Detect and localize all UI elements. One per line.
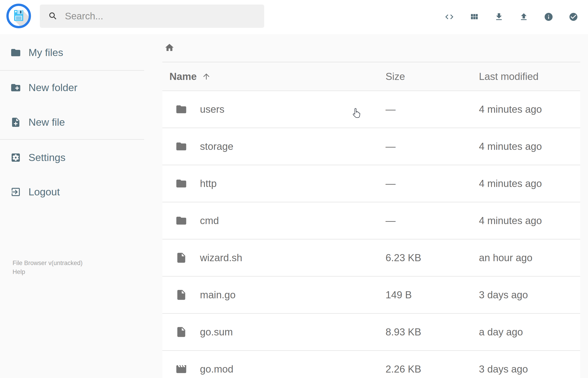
sidebar: My files New folder New file Settings Lo… xyxy=(0,34,144,378)
row-name: go.sum xyxy=(200,326,233,338)
row-name: wizard.sh xyxy=(200,252,242,263)
switch-view-button[interactable] xyxy=(469,12,479,22)
settings-icon xyxy=(10,152,21,163)
row-modified: 4 minutes ago xyxy=(479,215,542,226)
row-modified: 4 minutes ago xyxy=(479,178,542,189)
header-actions xyxy=(444,12,578,22)
check-circle-icon xyxy=(569,12,578,22)
sidebar-footer: File Browser v(untracked) Help xyxy=(13,259,83,276)
row-size: — xyxy=(386,141,396,152)
app-version-text: File Browser v(untracked) xyxy=(13,259,83,268)
row-modified: a day ago xyxy=(479,326,523,338)
listing-header: Name Size Last modified xyxy=(162,62,580,91)
row-modified: 3 days ago xyxy=(479,289,528,301)
sidebar-item-label: New file xyxy=(28,116,65,128)
row-name: main.go xyxy=(200,289,236,301)
grid-view-icon xyxy=(469,12,479,22)
sidebar-item-label: Logout xyxy=(28,186,60,198)
sidebar-divider xyxy=(0,139,144,140)
shell-button[interactable] xyxy=(444,12,454,22)
file-browser-logo-icon[interactable] xyxy=(6,4,31,28)
file-browser-app: My files New folder New file Settings Lo… xyxy=(0,0,588,378)
info-button[interactable] xyxy=(544,12,553,22)
folder-icon xyxy=(175,215,187,227)
row-name: cmd xyxy=(200,215,219,226)
home-icon xyxy=(164,42,174,53)
column-header-name-label: Name xyxy=(169,71,197,82)
new-folder-icon xyxy=(10,82,21,93)
download-icon xyxy=(494,12,504,22)
row-name: http xyxy=(200,178,216,189)
code-icon xyxy=(444,12,454,22)
folder-icon xyxy=(175,178,187,189)
row-modified: 4 minutes ago xyxy=(479,141,542,152)
column-header-name[interactable]: Name xyxy=(169,71,211,82)
sidebar-divider xyxy=(0,70,144,71)
row-size: — xyxy=(386,178,396,189)
download-button[interactable] xyxy=(494,12,504,22)
table-row[interactable]: http — 4 minutes ago xyxy=(162,165,580,202)
row-modified: 3 days ago xyxy=(479,364,528,375)
table-row[interactable]: go.sum 8.93 KB a day ago xyxy=(162,313,580,350)
table-row[interactable]: users — 4 minutes ago xyxy=(162,90,580,128)
file-listing-area: Name Size Last modified users — 4 minute… xyxy=(162,34,580,378)
row-size: — xyxy=(386,215,396,226)
row-size: 2.26 KB xyxy=(386,364,421,375)
sidebar-item-my-files[interactable]: My files xyxy=(0,41,144,65)
column-header-size[interactable]: Size xyxy=(386,71,405,82)
table-row[interactable]: storage — 4 minutes ago xyxy=(162,128,580,165)
row-name: storage xyxy=(200,141,233,152)
table-row[interactable]: cmd — 4 minutes ago xyxy=(162,202,580,239)
sidebar-item-label: My files xyxy=(28,47,63,58)
select-multiple-button[interactable] xyxy=(569,12,578,22)
folder-icon xyxy=(175,103,187,115)
search-icon xyxy=(48,11,58,21)
row-name: go.mod xyxy=(200,364,233,375)
sidebar-item-label: New folder xyxy=(28,82,78,94)
column-header-modified[interactable]: Last modified xyxy=(479,71,539,82)
file-icon xyxy=(175,289,187,301)
sidebar-item-settings[interactable]: Settings xyxy=(0,146,144,169)
file-icon xyxy=(175,252,187,264)
info-icon xyxy=(544,12,553,22)
arrow-up-icon xyxy=(202,72,211,81)
upload-icon xyxy=(519,12,529,22)
search-bar[interactable] xyxy=(40,5,264,28)
top-bar xyxy=(0,0,588,34)
folder-icon xyxy=(10,47,21,58)
row-size: 8.93 KB xyxy=(386,326,421,338)
table-row[interactable]: wizard.sh 6.23 KB an hour ago xyxy=(162,239,580,276)
help-link[interactable]: Help xyxy=(13,268,83,276)
movie-icon xyxy=(175,363,187,375)
new-file-icon xyxy=(10,117,21,128)
table-row[interactable]: main.go 149 B 3 days ago xyxy=(162,276,580,313)
row-size: 149 B xyxy=(386,289,412,301)
file-icon xyxy=(175,326,187,338)
row-modified: an hour ago xyxy=(479,252,533,263)
upload-button[interactable] xyxy=(519,12,529,22)
sidebar-item-new-folder[interactable]: New folder xyxy=(0,76,144,99)
sidebar-item-new-file[interactable]: New file xyxy=(0,110,144,134)
table-row[interactable]: go.mod 2.26 KB 3 days ago xyxy=(162,350,580,378)
search-input[interactable] xyxy=(65,11,257,22)
row-name: users xyxy=(200,104,225,115)
folder-icon xyxy=(175,140,187,152)
file-list: users — 4 minutes ago storage — 4 minute… xyxy=(162,90,580,378)
row-modified: 4 minutes ago xyxy=(479,104,542,115)
sidebar-item-logout[interactable]: Logout xyxy=(0,180,144,204)
sidebar-item-label: Settings xyxy=(28,152,66,163)
row-size: 6.23 KB xyxy=(386,252,421,263)
logout-icon xyxy=(10,187,21,197)
breadcrumb-home-button[interactable] xyxy=(164,42,174,53)
row-size: — xyxy=(386,104,396,115)
